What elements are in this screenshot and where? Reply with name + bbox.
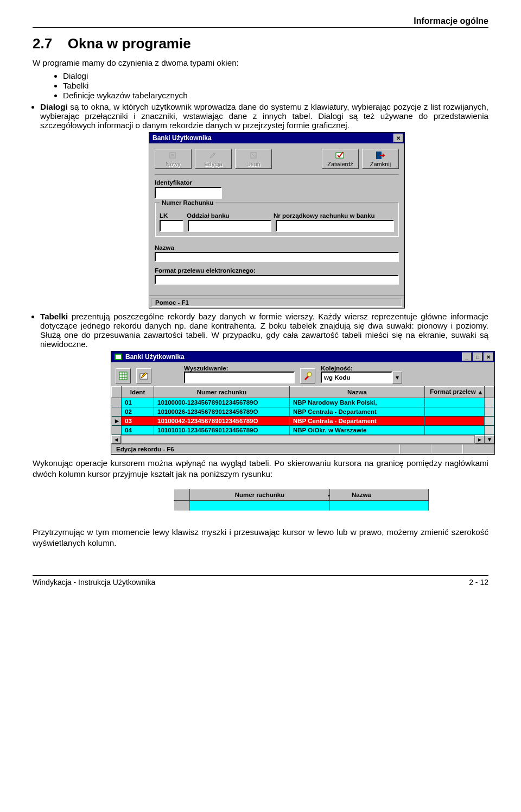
minimize-icon: _ <box>465 354 468 360</box>
button-label: Zamknij <box>363 161 398 167</box>
maximize-icon: □ <box>476 354 479 360</box>
cell-nazwa: NBP Narodowy Bank Polski, <box>290 398 425 407</box>
legend-numer-rachunku: Numer Rachunku <box>160 199 215 206</box>
flashlight-icon <box>303 372 312 380</box>
row-marker <box>112 398 122 407</box>
dialog-titlebar: Banki Użytkownika ✕ <box>149 133 404 143</box>
scroll-up-icon[interactable]: ▴ <box>479 388 482 396</box>
cell-numer: 10100042-1234567890123456789O <box>154 417 290 426</box>
dialog-statusbar: Pomoc - F1 <box>149 295 404 308</box>
table-titlebar: Banki Użytkownika _ □ ✕ <box>111 351 494 362</box>
button-label: Zatwierdź <box>322 161 358 167</box>
button-label: Edycja <box>195 161 231 167</box>
nazwa-input[interactable] <box>155 252 399 262</box>
header-divider <box>33 27 488 28</box>
col-numer[interactable]: Numer rachunku ↔ <box>190 489 330 501</box>
new-icon <box>169 152 177 159</box>
minimize-button[interactable]: _ <box>462 353 472 361</box>
zatwierdz-button[interactable]: Zatwierdź <box>322 149 359 169</box>
svg-line-4 <box>252 154 255 157</box>
row-marker <box>112 426 122 435</box>
table-row[interactable]: 0410101010-1234567890123456789ONBP O/Okr… <box>112 426 494 435</box>
label-oddzial: Oddział banku <box>187 212 268 219</box>
dialog-window: Banki Użytkownika ✕ Nowy Edyc <box>149 132 405 309</box>
table-row[interactable]: ▶0310100042-1234567890123456789ONBP Cent… <box>112 417 494 426</box>
identyfikator-input[interactable] <box>155 187 222 199</box>
cell-nazwa: NBP O/Okr. w Warszawie <box>290 426 425 435</box>
horizontal-scrollbar[interactable]: ◂ ▸ ▾ <box>111 435 494 444</box>
nrporz-input[interactable] <box>276 220 394 232</box>
close-icon: ✕ <box>486 354 491 360</box>
close-icon: ✕ <box>396 135 401 141</box>
status-cell <box>431 444 463 454</box>
table-row[interactable]: 0110100000-1234567890123456789ONBP Narod… <box>112 398 494 407</box>
zamknij-button[interactable]: Zamknij <box>362 149 399 169</box>
cell-numer: 10100000-1234567890123456789O <box>154 398 290 407</box>
exit-icon <box>376 151 385 160</box>
col-numer[interactable]: Numer rachunku <box>154 387 290 398</box>
table-statusbar: Edycja rekordu - F6 <box>111 444 494 454</box>
list-item: Dialogi <box>63 71 488 80</box>
triangle-down-icon: ▾ <box>488 436 491 443</box>
table-row[interactable]: 0210100026-1234567890123456789ONBP Centr… <box>112 407 494 417</box>
label-lk: LK <box>160 212 181 219</box>
cell-format <box>425 398 485 407</box>
section-heading: 2.7 Okna w programie <box>33 35 488 52</box>
search-input[interactable] <box>184 372 295 383</box>
triangle-left-icon: ◂ <box>115 436 118 443</box>
pencil-icon <box>139 372 148 380</box>
maximize-button[interactable]: □ <box>473 353 482 361</box>
button-label: Usuń <box>236 161 271 167</box>
table-window: Banki Użytkownika _ □ ✕ Wyszukiwanie: <box>111 351 495 455</box>
vscroll-track[interactable] <box>485 426 494 435</box>
col-nazwa[interactable]: Nazwa <box>290 387 425 398</box>
close-button[interactable]: ✕ <box>393 134 403 142</box>
label-identyfikator: Identyfikator <box>155 179 399 186</box>
page-footer: Windykacja - Instrukcja Użytkownika 2 - … <box>33 575 488 587</box>
search-button[interactable] <box>300 368 315 383</box>
vscroll-track[interactable] <box>485 398 494 407</box>
vscroll-track[interactable] <box>485 407 494 417</box>
vscroll-down[interactable]: ▾ <box>485 435 494 444</box>
status-pomoc: Pomoc - F1 <box>151 298 402 307</box>
scroll-track[interactable] <box>121 435 475 444</box>
combo-dropdown[interactable]: ▾ <box>392 372 402 383</box>
footer-left: Windykacja - Instrukcja Użytkownika <box>33 578 155 587</box>
intro-paragraph: W programie mamy do czynienia z dwoma ty… <box>33 58 488 68</box>
cell-numer: 10100026-1234567890123456789O <box>154 407 290 417</box>
oddzial-input[interactable] <box>188 220 271 232</box>
label-nrporz: Nr porządkowy rachunku w banku <box>274 212 375 219</box>
usun-button[interactable]: Usuń <box>235 149 272 169</box>
table-topbar: Wyszukiwanie: Kolejność: wg Kodu ▾ <box>111 362 494 386</box>
row-marker <box>112 407 122 417</box>
label-nazwa: Nazwa <box>155 244 399 251</box>
list-item: Tabelki <box>63 81 488 90</box>
col-nazwa[interactable]: Nazwa <box>329 489 428 501</box>
edit-icon <box>209 152 218 159</box>
order-combo[interactable]: wg Kodu ▾ <box>321 372 402 383</box>
close-button[interactable]: ✕ <box>484 353 493 361</box>
edit-row-button[interactable] <box>136 368 151 383</box>
footer-right: 2 - 12 <box>469 578 488 587</box>
nowy-button[interactable]: Nowy <box>155 149 192 169</box>
triangle-right-icon: ▸ <box>478 436 481 443</box>
scroll-right-button[interactable]: ▸ <box>475 435 485 444</box>
combo-value: wg Kodu <box>321 372 392 383</box>
row-marker-header <box>112 387 122 398</box>
list-item: Definicje wykazów tabelarycznych <box>63 91 488 100</box>
col-ident[interactable]: Ident <box>122 387 154 398</box>
col-format[interactable]: Format przelew▴ <box>425 387 485 398</box>
lk-input[interactable] <box>160 220 183 232</box>
cell-ident: 04 <box>122 426 154 435</box>
svg-rect-0 <box>170 153 175 158</box>
scroll-left-button[interactable]: ◂ <box>111 435 121 444</box>
vscroll-up[interactable] <box>485 387 494 398</box>
format-input[interactable] <box>155 275 399 285</box>
edycja-button[interactable]: Edycja <box>195 149 232 169</box>
grid-button[interactable] <box>116 368 131 383</box>
vscroll-track[interactable] <box>485 417 494 426</box>
chevron-down-icon: ▾ <box>396 374 399 381</box>
cell-nazwa: NBP Centrala - Departament <box>290 407 425 417</box>
desc-text: są to okna, w których użytkownik wprowad… <box>40 102 488 130</box>
confirm-icon <box>335 151 345 160</box>
